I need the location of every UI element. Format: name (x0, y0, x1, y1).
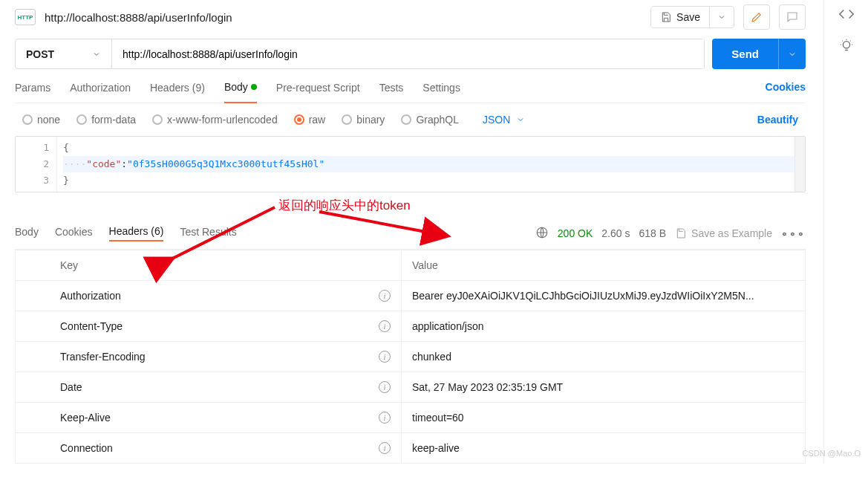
header-value: timeout=60 (402, 403, 806, 433)
tab-headers[interactable]: Headers (9) (150, 81, 205, 103)
table-row: Connectionikeep-alive (16, 433, 806, 464)
header-key: Connectioni (16, 433, 402, 464)
tab-body[interactable]: Body (224, 81, 257, 103)
globe-icon[interactable] (535, 226, 549, 241)
http-badge-icon: HTTP (15, 9, 36, 25)
table-row: AuthorizationiBearer eyJ0eXAiOiJKV1QiLCJ… (16, 281, 806, 311)
header-key: Datei (16, 372, 402, 403)
response-time: 2.60 s (601, 227, 630, 239)
radio-binary[interactable]: binary (342, 114, 385, 126)
radio-raw[interactable]: raw (294, 114, 326, 126)
save-button[interactable]: Save (651, 7, 709, 27)
save-as-example-button[interactable]: Save as Example (675, 227, 772, 239)
right-sidebar (823, 0, 868, 464)
annotation-overlay: 返回的响应头中的token (15, 195, 806, 225)
scrollbar[interactable] (794, 137, 805, 192)
tab-authorization[interactable]: Authorization (70, 81, 131, 103)
svg-point-0 (843, 42, 849, 48)
info-icon[interactable]: i (379, 381, 391, 393)
watermark: CSDN @Mao.O (803, 449, 861, 458)
header-key: Content-Typei (16, 311, 402, 342)
content-type-select[interactable]: JSON (483, 114, 525, 126)
line-gutter: 1 2 3 (16, 137, 57, 192)
resp-tab-cookies[interactable]: Cookies (55, 226, 93, 241)
response-headers-table: Key Value AuthorizationiBearer eyJ0eXAiO… (15, 250, 806, 464)
method-select[interactable]: POST (16, 39, 112, 68)
request-tab-title: http://localhost:8888/api/userInfo/login (45, 11, 642, 24)
header-key: Authorizationi (16, 281, 402, 311)
response-size: 618 B (639, 227, 666, 239)
svg-line-1 (171, 207, 275, 259)
radio-xwww[interactable]: x-www-form-urlencoded (152, 114, 278, 126)
status-code: 200 OK (558, 227, 593, 239)
resp-tab-body[interactable]: Body (15, 226, 39, 241)
header-key: Keep-Alivei (16, 403, 402, 433)
edit-button[interactable] (743, 4, 770, 30)
arrow-left-icon (149, 201, 282, 270)
tab-params[interactable]: Params (15, 81, 50, 103)
tab-tests[interactable]: Tests (379, 81, 404, 103)
comment-button[interactable] (779, 4, 806, 30)
cookies-link[interactable]: Cookies (766, 81, 806, 102)
tab-header: HTTP http://localhost:8888/api/userInfo/… (15, 0, 806, 39)
tab-prerequest[interactable]: Pre-request Script (276, 81, 360, 103)
modified-dot-icon (251, 84, 257, 90)
arrow-right-icon (312, 204, 460, 251)
body-editor[interactable]: 1 2 3 { ····"code":"0f35sH000G5q3Q1Mxc30… (15, 136, 806, 192)
save-dropdown[interactable] (709, 7, 734, 27)
bulb-icon[interactable] (838, 38, 855, 56)
radio-form-data[interactable]: form-data (76, 114, 136, 126)
body-type-selector: none form-data x-www-form-urlencoded raw… (15, 103, 806, 136)
header-value: Bearer eyJ0eXAiOiJKV1QiLCJhbGciOiJIUzUxM… (402, 281, 806, 311)
radio-none[interactable]: none (22, 114, 60, 126)
header-value: Sat, 27 May 2023 02:35:19 GMT (402, 372, 806, 403)
more-actions[interactable]: ∘∘∘ (781, 227, 806, 239)
header-key: Transfer-Encodingi (16, 342, 402, 372)
send-button[interactable]: Send (712, 39, 778, 69)
info-icon[interactable]: i (379, 351, 391, 363)
table-row: Keep-Aliveitimeout=60 (16, 403, 806, 433)
table-row: DateiSat, 27 May 2023 02:35:19 GMT (16, 372, 806, 403)
radio-graphql[interactable]: GraphQL (401, 114, 459, 126)
info-icon[interactable]: i (379, 442, 391, 454)
url-input[interactable] (112, 39, 704, 68)
beautify-button[interactable]: Beautify (757, 114, 798, 126)
column-value: Value (402, 250, 806, 281)
request-tabs: Params Authorization Headers (9) Body Pr… (15, 81, 806, 103)
table-row: Content-Typeiapplication/json (16, 311, 806, 342)
table-row: Transfer-Encodingichunked (16, 342, 806, 372)
info-icon[interactable]: i (379, 412, 391, 424)
tab-settings[interactable]: Settings (422, 81, 460, 103)
header-value: chunked (402, 342, 806, 372)
send-dropdown[interactable] (778, 39, 806, 69)
code-icon[interactable] (838, 6, 855, 25)
url-bar: POST Send (15, 39, 806, 69)
header-value: keep-alive (402, 433, 806, 464)
header-value: application/json (402, 311, 806, 342)
svg-line-2 (319, 212, 446, 236)
info-icon[interactable]: i (379, 320, 391, 332)
info-icon[interactable]: i (379, 290, 391, 302)
